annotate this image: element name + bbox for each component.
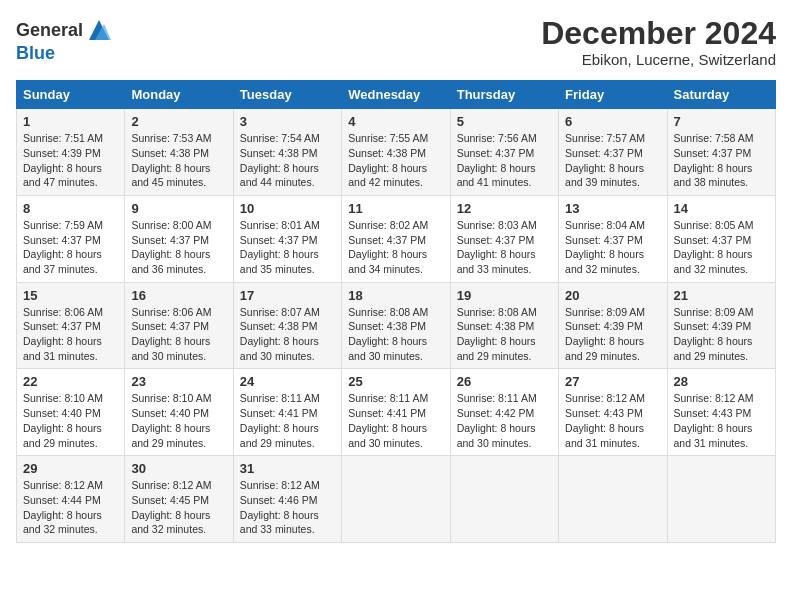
calendar-week-4: 22 Sunrise: 8:10 AMSunset: 4:40 PMDaylig… — [17, 369, 776, 456]
day-header-saturday: Saturday — [667, 81, 775, 109]
day-number: 20 — [565, 288, 660, 303]
calendar-cell: 18 Sunrise: 8:08 AMSunset: 4:38 PMDaylig… — [342, 282, 450, 369]
logo-general-text: General — [16, 21, 83, 39]
day-info: Sunrise: 8:06 AMSunset: 4:37 PMDaylight:… — [23, 306, 103, 362]
day-info: Sunrise: 8:05 AMSunset: 4:37 PMDaylight:… — [674, 219, 754, 275]
day-header-friday: Friday — [559, 81, 667, 109]
day-info: Sunrise: 8:12 AMSunset: 4:45 PMDaylight:… — [131, 479, 211, 535]
day-info: Sunrise: 8:01 AMSunset: 4:37 PMDaylight:… — [240, 219, 320, 275]
day-number: 10 — [240, 201, 335, 216]
calendar-cell: 11 Sunrise: 8:02 AMSunset: 4:37 PMDaylig… — [342, 195, 450, 282]
day-info: Sunrise: 7:55 AMSunset: 4:38 PMDaylight:… — [348, 132, 428, 188]
day-number: 23 — [131, 374, 226, 389]
month-title: December 2024 — [541, 16, 776, 51]
day-info: Sunrise: 7:57 AMSunset: 4:37 PMDaylight:… — [565, 132, 645, 188]
day-info: Sunrise: 7:54 AMSunset: 4:38 PMDaylight:… — [240, 132, 320, 188]
day-info: Sunrise: 8:04 AMSunset: 4:37 PMDaylight:… — [565, 219, 645, 275]
day-info: Sunrise: 8:12 AMSunset: 4:44 PMDaylight:… — [23, 479, 103, 535]
calendar-cell: 21 Sunrise: 8:09 AMSunset: 4:39 PMDaylig… — [667, 282, 775, 369]
calendar-cell: 8 Sunrise: 7:59 AMSunset: 4:37 PMDayligh… — [17, 195, 125, 282]
logo: General Blue — [16, 16, 113, 62]
day-number: 11 — [348, 201, 443, 216]
day-number: 25 — [348, 374, 443, 389]
calendar-cell — [342, 456, 450, 543]
calendar-cell: 19 Sunrise: 8:08 AMSunset: 4:38 PMDaylig… — [450, 282, 558, 369]
day-info: Sunrise: 7:56 AMSunset: 4:37 PMDaylight:… — [457, 132, 537, 188]
day-number: 24 — [240, 374, 335, 389]
calendar-cell: 4 Sunrise: 7:55 AMSunset: 4:38 PMDayligh… — [342, 109, 450, 196]
calendar-cell: 6 Sunrise: 7:57 AMSunset: 4:37 PMDayligh… — [559, 109, 667, 196]
day-info: Sunrise: 8:09 AMSunset: 4:39 PMDaylight:… — [565, 306, 645, 362]
day-number: 12 — [457, 201, 552, 216]
day-number: 15 — [23, 288, 118, 303]
day-info: Sunrise: 7:58 AMSunset: 4:37 PMDaylight:… — [674, 132, 754, 188]
day-info: Sunrise: 7:53 AMSunset: 4:38 PMDaylight:… — [131, 132, 211, 188]
day-info: Sunrise: 8:00 AMSunset: 4:37 PMDaylight:… — [131, 219, 211, 275]
logo-blue-text: Blue — [16, 44, 113, 62]
day-number: 19 — [457, 288, 552, 303]
day-info: Sunrise: 8:07 AMSunset: 4:38 PMDaylight:… — [240, 306, 320, 362]
day-number: 2 — [131, 114, 226, 129]
day-number: 16 — [131, 288, 226, 303]
calendar-cell: 31 Sunrise: 8:12 AMSunset: 4:46 PMDaylig… — [233, 456, 341, 543]
calendar-cell: 26 Sunrise: 8:11 AMSunset: 4:42 PMDaylig… — [450, 369, 558, 456]
calendar-cell: 12 Sunrise: 8:03 AMSunset: 4:37 PMDaylig… — [450, 195, 558, 282]
day-number: 27 — [565, 374, 660, 389]
calendar-cell: 17 Sunrise: 8:07 AMSunset: 4:38 PMDaylig… — [233, 282, 341, 369]
calendar-cell: 10 Sunrise: 8:01 AMSunset: 4:37 PMDaylig… — [233, 195, 341, 282]
calendar-cell: 2 Sunrise: 7:53 AMSunset: 4:38 PMDayligh… — [125, 109, 233, 196]
day-info: Sunrise: 7:51 AMSunset: 4:39 PMDaylight:… — [23, 132, 103, 188]
day-info: Sunrise: 8:11 AMSunset: 4:42 PMDaylight:… — [457, 392, 537, 448]
calendar-cell: 25 Sunrise: 8:11 AMSunset: 4:41 PMDaylig… — [342, 369, 450, 456]
day-info: Sunrise: 8:11 AMSunset: 4:41 PMDaylight:… — [348, 392, 428, 448]
day-number: 18 — [348, 288, 443, 303]
day-number: 30 — [131, 461, 226, 476]
calendar-cell: 28 Sunrise: 8:12 AMSunset: 4:43 PMDaylig… — [667, 369, 775, 456]
day-info: Sunrise: 8:11 AMSunset: 4:41 PMDaylight:… — [240, 392, 320, 448]
calendar-table: SundayMondayTuesdayWednesdayThursdayFrid… — [16, 80, 776, 543]
day-info: Sunrise: 8:09 AMSunset: 4:39 PMDaylight:… — [674, 306, 754, 362]
calendar-cell: 29 Sunrise: 8:12 AMSunset: 4:44 PMDaylig… — [17, 456, 125, 543]
day-info: Sunrise: 8:08 AMSunset: 4:38 PMDaylight:… — [348, 306, 428, 362]
day-info: Sunrise: 8:12 AMSunset: 4:46 PMDaylight:… — [240, 479, 320, 535]
day-number: 7 — [674, 114, 769, 129]
calendar-cell: 23 Sunrise: 8:10 AMSunset: 4:40 PMDaylig… — [125, 369, 233, 456]
day-number: 29 — [23, 461, 118, 476]
day-info: Sunrise: 8:12 AMSunset: 4:43 PMDaylight:… — [674, 392, 754, 448]
calendar-cell — [559, 456, 667, 543]
day-number: 8 — [23, 201, 118, 216]
day-header-tuesday: Tuesday — [233, 81, 341, 109]
calendar-week-2: 8 Sunrise: 7:59 AMSunset: 4:37 PMDayligh… — [17, 195, 776, 282]
calendar-cell: 7 Sunrise: 7:58 AMSunset: 4:37 PMDayligh… — [667, 109, 775, 196]
day-number: 5 — [457, 114, 552, 129]
logo-icon — [85, 16, 113, 44]
title-area: December 2024 Ebikon, Lucerne, Switzerla… — [541, 16, 776, 68]
calendar-cell: 5 Sunrise: 7:56 AMSunset: 4:37 PMDayligh… — [450, 109, 558, 196]
calendar-cell: 30 Sunrise: 8:12 AMSunset: 4:45 PMDaylig… — [125, 456, 233, 543]
day-header-sunday: Sunday — [17, 81, 125, 109]
day-number: 9 — [131, 201, 226, 216]
calendar-cell: 20 Sunrise: 8:09 AMSunset: 4:39 PMDaylig… — [559, 282, 667, 369]
day-header-thursday: Thursday — [450, 81, 558, 109]
day-number: 22 — [23, 374, 118, 389]
calendar-cell: 22 Sunrise: 8:10 AMSunset: 4:40 PMDaylig… — [17, 369, 125, 456]
day-header-monday: Monday — [125, 81, 233, 109]
day-info: Sunrise: 8:10 AMSunset: 4:40 PMDaylight:… — [131, 392, 211, 448]
day-info: Sunrise: 8:08 AMSunset: 4:38 PMDaylight:… — [457, 306, 537, 362]
calendar-cell: 14 Sunrise: 8:05 AMSunset: 4:37 PMDaylig… — [667, 195, 775, 282]
day-number: 31 — [240, 461, 335, 476]
calendar-cell: 16 Sunrise: 8:06 AMSunset: 4:37 PMDaylig… — [125, 282, 233, 369]
day-info: Sunrise: 7:59 AMSunset: 4:37 PMDaylight:… — [23, 219, 103, 275]
location-title: Ebikon, Lucerne, Switzerland — [541, 51, 776, 68]
calendar-week-5: 29 Sunrise: 8:12 AMSunset: 4:44 PMDaylig… — [17, 456, 776, 543]
day-number: 28 — [674, 374, 769, 389]
day-number: 6 — [565, 114, 660, 129]
day-info: Sunrise: 8:12 AMSunset: 4:43 PMDaylight:… — [565, 392, 645, 448]
calendar-header-row: SundayMondayTuesdayWednesdayThursdayFrid… — [17, 81, 776, 109]
day-number: 26 — [457, 374, 552, 389]
calendar-cell: 1 Sunrise: 7:51 AMSunset: 4:39 PMDayligh… — [17, 109, 125, 196]
calendar-cell: 9 Sunrise: 8:00 AMSunset: 4:37 PMDayligh… — [125, 195, 233, 282]
day-number: 17 — [240, 288, 335, 303]
day-number: 13 — [565, 201, 660, 216]
day-header-wednesday: Wednesday — [342, 81, 450, 109]
